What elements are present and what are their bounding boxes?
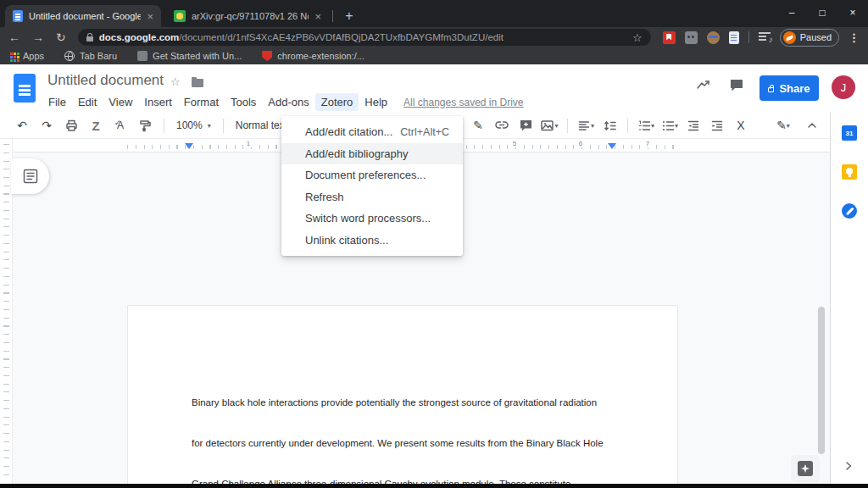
increase-indent-icon[interactable]: [707, 115, 727, 136]
media-controls-icon[interactable]: ♪: [759, 32, 771, 42]
keep-icon[interactable]: [842, 164, 857, 180]
insert-image-icon[interactable]: ▾: [539, 115, 559, 136]
globe-icon: [64, 51, 75, 61]
document-stats-icon[interactable]: [695, 78, 712, 95]
zoom-select[interactable]: 100%▾: [173, 119, 214, 131]
zotero-dropdown-menu: Add/edit citation... Ctrl+Alt+C Add/edit…: [281, 116, 463, 256]
extension-separator: [748, 31, 749, 43]
forward-icon[interactable]: →: [32, 31, 44, 43]
google-docs-logo[interactable]: [14, 74, 36, 103]
star-document-icon[interactable]: ☆: [170, 75, 181, 88]
menu-edit[interactable]: Edit: [72, 93, 103, 111]
bookmark-tab-baru[interactable]: Tab Baru: [64, 51, 117, 61]
add-comment-icon[interactable]: [515, 115, 536, 136]
ruler-ticks: [3, 144, 9, 483]
chip-icon: [137, 51, 147, 61]
close-window-button[interactable]: ×: [837, 0, 868, 25]
extensions-row: ♪ Paused ⋮: [663, 29, 860, 47]
save-status-link[interactable]: All changes saved in Drive: [403, 97, 523, 108]
url-domain: docs.google.com: [99, 32, 180, 42]
chevron-down-icon: ▾: [208, 122, 211, 130]
shield-icon: [262, 51, 272, 61]
zotero-toolbar-icon[interactable]: Z: [86, 115, 106, 136]
menu-file[interactable]: File: [42, 93, 72, 111]
explore-button[interactable]: [791, 455, 820, 482]
minimize-button[interactable]: –: [776, 0, 807, 25]
menu-view[interactable]: View: [103, 93, 138, 111]
document-title[interactable]: Untitled document: [47, 72, 164, 89]
menu-item-refresh[interactable]: Refresh: [281, 186, 463, 208]
tab-close-icon[interactable]: ×: [147, 11, 153, 22]
sync-paused-badge[interactable]: Paused: [780, 29, 839, 47]
decrease-indent-icon[interactable]: [683, 115, 704, 136]
bulleted-list-icon[interactable]: ▾: [659, 115, 680, 136]
show-outline-button[interactable]: [11, 158, 49, 194]
restore-button[interactable]: □: [807, 0, 837, 25]
align-icon[interactable]: ▾: [576, 115, 596, 136]
text-color-pen-icon[interactable]: ✎: [468, 115, 488, 136]
docs-menubar: File Edit View Insert Format Tools Add-o…: [42, 93, 524, 111]
bookmark-extension[interactable]: chrome-extension:/...: [262, 51, 364, 61]
clear-formatting-icon[interactable]: X: [731, 115, 751, 136]
toolbar-end-group: ✎▾: [773, 112, 822, 139]
hide-side-panel-icon[interactable]: [842, 459, 855, 476]
reload-icon[interactable]: ↻: [56, 31, 66, 43]
editing-mode-icon[interactable]: ✎▾: [773, 115, 793, 136]
screen: Untitled document - Google Doc × arXiv:g…: [0, 0, 868, 488]
bookmark-apps[interactable]: Apps: [10, 51, 44, 61]
calendar-icon[interactable]: 31: [842, 125, 857, 141]
account-avatar[interactable]: J: [832, 75, 855, 99]
paint-format-icon[interactable]: [135, 115, 155, 136]
text-line: for detectors currently under developmen…: [192, 436, 604, 450]
toolbar-separator: [223, 119, 224, 133]
tasks-icon[interactable]: [842, 203, 857, 219]
collapse-toolbar-icon[interactable]: [802, 115, 822, 136]
extension-face-icon[interactable]: [707, 31, 720, 44]
menu-item-document-preferences[interactable]: Document preferences...: [281, 164, 463, 186]
menu-format[interactable]: Format: [178, 93, 225, 111]
bookmark-star-icon[interactable]: ☆: [632, 31, 643, 44]
browser-menu-icon[interactable]: ⋮: [849, 31, 860, 44]
url-bar[interactable]: docs.google.com/document/d/1nfS4XcAE4zPB…: [78, 29, 651, 46]
left-indent-marker[interactable]: [185, 143, 193, 149]
profile-avatar-icon: [783, 31, 796, 44]
menu-item-unlink-citations[interactable]: Unlink citations...: [281, 230, 463, 252]
redo-icon[interactable]: ↷: [36, 115, 57, 136]
tab-separator: [332, 10, 333, 22]
comments-icon[interactable]: [729, 78, 745, 97]
share-button[interactable]: Share: [760, 75, 819, 101]
menu-tools[interactable]: Tools: [225, 93, 262, 111]
extension-docs-icon[interactable]: [729, 31, 739, 44]
right-indent-marker[interactable]: [608, 143, 616, 149]
spellcheck-icon[interactable]: A: [110, 115, 131, 136]
document-page[interactable]: Binary black hole interactions provide p…: [127, 305, 678, 488]
insert-link-icon[interactable]: [492, 115, 512, 136]
menu-help[interactable]: Help: [359, 93, 393, 111]
undo-icon[interactable]: ↶: [12, 115, 32, 136]
new-tab-button[interactable]: +: [339, 6, 359, 26]
bookmark-get-started[interactable]: Get Started with Un...: [137, 51, 242, 61]
text-line: Binary black hole interactions provide p…: [192, 396, 604, 409]
chevron-down-icon: ▾: [651, 122, 654, 130]
tab-arxiv[interactable]: arXiv:gr-qc/9711078v1 26 Nov 1 ×: [166, 5, 329, 27]
numbered-list-icon[interactable]: ▾: [636, 115, 656, 136]
url-text: docs.google.com/document/d/1nfS4XcAE4zPB…: [99, 32, 626, 42]
menu-addons[interactable]: Add-ons: [262, 93, 314, 111]
extension-red-icon[interactable]: [663, 31, 676, 44]
move-folder-icon[interactable]: [192, 79, 203, 87]
vertical-scrollbar[interactable]: [818, 307, 825, 454]
chevron-down-icon: ▾: [591, 122, 594, 130]
extension-robot-icon[interactable]: [685, 31, 698, 44]
shortcut-label: Ctrl+Alt+C: [400, 126, 449, 138]
menu-item-switch-word-processors[interactable]: Switch word processors...: [281, 208, 463, 230]
line-spacing-icon[interactable]: [599, 115, 620, 136]
print-icon[interactable]: [61, 115, 81, 136]
tab-close-icon[interactable]: ×: [314, 11, 321, 22]
menu-insert[interactable]: Insert: [138, 93, 178, 111]
back-icon[interactable]: ←: [8, 31, 20, 43]
menu-item-add-edit-bibliography[interactable]: Add/edit bibliography: [281, 143, 463, 165]
tab-google-docs[interactable]: Untitled document - Google Doc ×: [5, 5, 161, 27]
document-text[interactable]: Binary black hole interactions provide p…: [192, 369, 604, 488]
menu-zotero[interactable]: Zotero: [315, 93, 359, 111]
menu-item-add-edit-citation[interactable]: Add/edit citation... Ctrl+Alt+C: [281, 121, 463, 143]
